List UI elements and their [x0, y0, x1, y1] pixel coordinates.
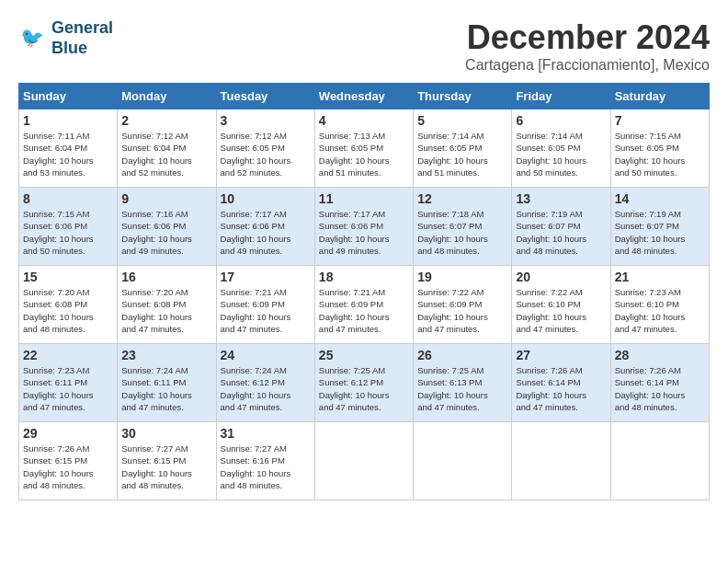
- day-number: 23: [121, 348, 211, 362]
- day-info: Sunrise: 7:14 AMSunset: 6:05 PMDaylight:…: [516, 131, 586, 178]
- day-number: 12: [417, 191, 507, 206]
- day-number: 7: [615, 113, 705, 128]
- day-number: 21: [615, 270, 705, 284]
- day-number: 4: [319, 113, 409, 128]
- weekday-header-thursday: Thursday: [414, 84, 512, 109]
- day-info: Sunrise: 7:24 AMSunset: 6:12 PMDaylight:…: [221, 365, 291, 412]
- calendar-cell: [512, 422, 610, 500]
- day-info: Sunrise: 7:25 AMSunset: 6:13 PMDaylight:…: [417, 365, 488, 412]
- logo-text: General Blue: [51, 18, 113, 58]
- day-number: 19: [417, 270, 507, 284]
- calendar-cell: [314, 422, 413, 500]
- weekday-header-row: SundayMondayTuesdayWednesdayThursdayFrid…: [19, 84, 710, 109]
- calendar-cell: 24 Sunrise: 7:24 AMSunset: 6:12 PMDaylig…: [216, 344, 314, 422]
- day-info: Sunrise: 7:13 AMSunset: 6:05 PMDaylight:…: [319, 131, 390, 178]
- weekday-header-wednesday: Wednesday: [314, 84, 413, 109]
- weekday-header-friday: Friday: [512, 84, 610, 109]
- calendar-cell: 27 Sunrise: 7:26 AMSunset: 6:14 PMDaylig…: [512, 344, 610, 422]
- day-info: Sunrise: 7:24 AMSunset: 6:11 PMDaylight:…: [121, 365, 192, 412]
- day-info: Sunrise: 7:26 AMSunset: 6:14 PMDaylight:…: [516, 365, 586, 412]
- day-info: Sunrise: 7:14 AMSunset: 6:05 PMDaylight:…: [417, 131, 488, 178]
- day-number: 15: [23, 270, 113, 284]
- day-info: Sunrise: 7:12 AMSunset: 6:04 PMDaylight:…: [121, 131, 192, 178]
- calendar-cell: 11 Sunrise: 7:17 AMSunset: 6:06 PMDaylig…: [314, 188, 413, 266]
- calendar-week-row: 1 Sunrise: 7:11 AMSunset: 6:04 PMDayligh…: [19, 109, 710, 188]
- day-info: Sunrise: 7:27 AMSunset: 6:16 PMDaylight:…: [221, 443, 291, 490]
- day-info: Sunrise: 7:27 AMSunset: 6:15 PMDaylight:…: [121, 443, 192, 490]
- calendar-cell: 8 Sunrise: 7:15 AMSunset: 6:06 PMDayligh…: [19, 188, 118, 266]
- calendar-week-row: 8 Sunrise: 7:15 AMSunset: 6:06 PMDayligh…: [19, 188, 710, 266]
- calendar-cell: 19 Sunrise: 7:22 AMSunset: 6:09 PMDaylig…: [414, 266, 512, 344]
- logo-icon: 🐦: [18, 25, 46, 52]
- calendar-cell: 14 Sunrise: 7:19 AMSunset: 6:07 PMDaylig…: [610, 188, 709, 266]
- weekday-header-saturday: Saturday: [610, 84, 709, 109]
- title-area: December 2024 Cartagena [Fraccionamiento…: [465, 18, 710, 74]
- calendar-cell: 1 Sunrise: 7:11 AMSunset: 6:04 PMDayligh…: [19, 109, 118, 188]
- day-info: Sunrise: 7:23 AMSunset: 6:11 PMDaylight:…: [23, 365, 94, 412]
- day-info: Sunrise: 7:15 AMSunset: 6:05 PMDaylight:…: [615, 131, 686, 178]
- day-info: Sunrise: 7:21 AMSunset: 6:09 PMDaylight:…: [319, 287, 390, 334]
- day-number: 29: [23, 426, 113, 441]
- calendar-cell: 22 Sunrise: 7:23 AMSunset: 6:11 PMDaylig…: [19, 344, 118, 422]
- calendar-cell: 12 Sunrise: 7:18 AMSunset: 6:07 PMDaylig…: [414, 188, 512, 266]
- day-number: 30: [121, 426, 211, 441]
- calendar-cell: 13 Sunrise: 7:19 AMSunset: 6:07 PMDaylig…: [512, 188, 610, 266]
- calendar-cell: 31 Sunrise: 7:27 AMSunset: 6:16 PMDaylig…: [216, 422, 314, 500]
- calendar-cell: 9 Sunrise: 7:16 AMSunset: 6:06 PMDayligh…: [118, 188, 216, 266]
- calendar-cell: 29 Sunrise: 7:26 AMSunset: 6:15 PMDaylig…: [19, 422, 118, 500]
- calendar-cell: 5 Sunrise: 7:14 AMSunset: 6:05 PMDayligh…: [414, 109, 512, 188]
- day-number: 17: [221, 270, 311, 284]
- weekday-header-sunday: Sunday: [19, 84, 118, 109]
- calendar-cell: 26 Sunrise: 7:25 AMSunset: 6:13 PMDaylig…: [414, 344, 512, 422]
- day-number: 14: [615, 191, 705, 206]
- day-number: 9: [121, 191, 211, 206]
- day-number: 13: [516, 191, 606, 206]
- day-info: Sunrise: 7:11 AMSunset: 6:04 PMDaylight:…: [23, 131, 94, 178]
- day-info: Sunrise: 7:26 AMSunset: 6:15 PMDaylight:…: [23, 443, 94, 490]
- calendar-table: SundayMondayTuesdayWednesdayThursdayFrid…: [18, 83, 710, 500]
- calendar-cell: 4 Sunrise: 7:13 AMSunset: 6:05 PMDayligh…: [314, 109, 413, 188]
- day-info: Sunrise: 7:12 AMSunset: 6:05 PMDaylight:…: [221, 131, 291, 178]
- day-number: 26: [417, 348, 507, 362]
- calendar-cell: 16 Sunrise: 7:20 AMSunset: 6:08 PMDaylig…: [118, 266, 216, 344]
- calendar-cell: 17 Sunrise: 7:21 AMSunset: 6:09 PMDaylig…: [216, 266, 314, 344]
- day-info: Sunrise: 7:18 AMSunset: 6:07 PMDaylight:…: [417, 209, 488, 256]
- day-number: 3: [221, 113, 311, 128]
- day-number: 22: [23, 348, 113, 362]
- day-info: Sunrise: 7:19 AMSunset: 6:07 PMDaylight:…: [516, 209, 586, 256]
- calendar-cell: 15 Sunrise: 7:20 AMSunset: 6:08 PMDaylig…: [19, 266, 118, 344]
- calendar-cell: 23 Sunrise: 7:24 AMSunset: 6:11 PMDaylig…: [118, 344, 216, 422]
- day-number: 25: [319, 348, 409, 362]
- day-number: 16: [121, 270, 211, 284]
- calendar-week-row: 29 Sunrise: 7:26 AMSunset: 6:15 PMDaylig…: [19, 422, 710, 500]
- day-info: Sunrise: 7:20 AMSunset: 6:08 PMDaylight:…: [121, 287, 192, 334]
- calendar-cell: 3 Sunrise: 7:12 AMSunset: 6:05 PMDayligh…: [216, 109, 314, 188]
- calendar-cell: 30 Sunrise: 7:27 AMSunset: 6:15 PMDaylig…: [118, 422, 216, 500]
- svg-text:🐦: 🐦: [20, 26, 45, 50]
- day-info: Sunrise: 7:26 AMSunset: 6:14 PMDaylight:…: [615, 365, 686, 412]
- day-number: 5: [417, 113, 507, 128]
- day-number: 11: [319, 191, 409, 206]
- day-info: Sunrise: 7:23 AMSunset: 6:10 PMDaylight:…: [615, 287, 686, 334]
- day-number: 20: [516, 270, 606, 284]
- calendar-cell: 25 Sunrise: 7:25 AMSunset: 6:12 PMDaylig…: [314, 344, 413, 422]
- day-info: Sunrise: 7:16 AMSunset: 6:06 PMDaylight:…: [121, 209, 192, 256]
- calendar-cell: 6 Sunrise: 7:14 AMSunset: 6:05 PMDayligh…: [512, 109, 610, 188]
- day-info: Sunrise: 7:21 AMSunset: 6:09 PMDaylight:…: [221, 287, 291, 334]
- day-number: 18: [319, 270, 409, 284]
- day-number: 8: [23, 191, 113, 206]
- calendar-cell: 20 Sunrise: 7:22 AMSunset: 6:10 PMDaylig…: [512, 266, 610, 344]
- calendar-cell: [414, 422, 512, 500]
- day-info: Sunrise: 7:25 AMSunset: 6:12 PMDaylight:…: [319, 365, 390, 412]
- day-number: 27: [516, 348, 606, 362]
- day-info: Sunrise: 7:20 AMSunset: 6:08 PMDaylight:…: [23, 287, 94, 334]
- calendar-cell: 2 Sunrise: 7:12 AMSunset: 6:04 PMDayligh…: [118, 109, 216, 188]
- calendar-cell: 7 Sunrise: 7:15 AMSunset: 6:05 PMDayligh…: [610, 109, 709, 188]
- month-title: December 2024: [465, 18, 710, 57]
- calendar-cell: 28 Sunrise: 7:26 AMSunset: 6:14 PMDaylig…: [610, 344, 709, 422]
- calendar-week-row: 15 Sunrise: 7:20 AMSunset: 6:08 PMDaylig…: [19, 266, 710, 344]
- day-number: 6: [516, 113, 606, 128]
- header: 🐦 General Blue December 2024 Cartagena […: [18, 18, 710, 74]
- calendar-cell: 18 Sunrise: 7:21 AMSunset: 6:09 PMDaylig…: [314, 266, 413, 344]
- weekday-header-tuesday: Tuesday: [216, 84, 314, 109]
